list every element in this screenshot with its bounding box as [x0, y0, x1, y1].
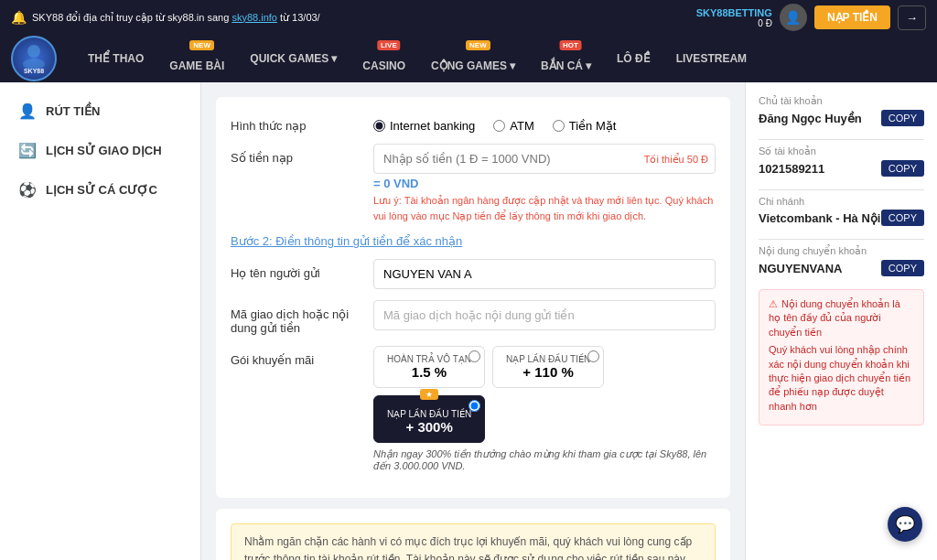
sender-control — [373, 259, 716, 289]
nav-item-casino[interactable]: LIVE CASINO — [350, 35, 418, 82]
banner-left: 🔔 SKY88 đổi địa chỉ truy cập từ sky88.in… — [11, 10, 320, 25]
error-icon-1: ⚠ — [769, 298, 778, 309]
radio-tien-mat[interactable]: Tiền Mặt — [553, 119, 617, 133]
txid-row: Mã giao dịch hoặc nội dung gửi tiền — [231, 300, 716, 335]
rp-account-number-value: 1021589211 — [759, 162, 824, 176]
nav-item-lo-de[interactable]: LÔ ĐỀ — [604, 35, 663, 82]
txid-control — [373, 300, 716, 330]
main-layout: 👤 RÚT TIỀN 🔄 LỊCH SỬ GIAO DỊCH ⚽ LỊCH SỬ… — [0, 82, 937, 560]
info-note: Nhằm ngăn chặn các hành vi có mục đích t… — [231, 523, 716, 560]
error-item-1: ⚠Nội dung chuyển khoản là họ tên đầy đủ … — [769, 297, 914, 339]
promo-2-label: NẠP LẦN ĐẦU TIỀN — [506, 354, 590, 364]
banner-link[interactable]: sky88.info — [232, 12, 277, 23]
payment-method-row: Hình thức nạp Internet banking ATM Tiền … — [231, 112, 716, 133]
svg-point-0 — [27, 45, 40, 58]
amount-row: Số tiền nạp Tối thiểu 50 Đ = 0 VND Lưu ý… — [231, 144, 716, 223]
nap-tien-button[interactable]: NẠP TIỀN — [814, 5, 890, 29]
nav-item-game-bai[interactable]: NEW GAME BÀI — [156, 35, 237, 82]
payment-options: Internet banking ATM Tiền Mặt — [373, 112, 716, 133]
rp-account-name-value: Đăng Ngọc Huyền — [759, 112, 862, 125]
svg-text:SKY88: SKY88 — [24, 68, 44, 74]
promo-1-label: HOÀN TRẢ VÔ TẠN — [387, 354, 471, 364]
txid-label: Mã giao dịch hoặc nội dung gửi tiền — [231, 300, 359, 335]
user-info: SKY88BETTING 0 Đ — [696, 7, 772, 28]
game-bai-badge: NEW — [189, 40, 214, 50]
nav-item-ban-ca[interactable]: HOT BẮN CÁ ▾ — [528, 35, 604, 82]
rp-account-number-row: 1021589211 COPY — [759, 160, 924, 177]
banner-message: SKY88 đổi địa chỉ truy cập từ sky88.in s… — [32, 12, 320, 24]
promo-3-value: + 300% — [387, 419, 471, 435]
chat-button[interactable]: 💬 — [888, 507, 922, 542]
promo-control: HOÀN TRẢ VÔ TẠN 1.5 % NẠP LẦN ĐẦU TIỀN +… — [373, 346, 716, 472]
rp-transfer-content-value: NGUYENVANA — [759, 262, 843, 275]
lich-su-ca-cuoc-icon: ⚽ — [18, 181, 37, 199]
lich-su-giao-dich-icon: 🔄 — [18, 142, 37, 159]
promo-1-value: 1.5 % — [387, 364, 471, 380]
logo[interactable]: SKY88 — [11, 36, 57, 81]
sidebar-item-rut-tien[interactable]: 👤 RÚT TIỀN — [0, 92, 200, 131]
sidebar-item-lich-su-giao-dich[interactable]: 🔄 LỊCH SỬ GIAO DỊCH — [0, 131, 200, 170]
main-content: Hình thức nạp Internet banking ATM Tiền … — [201, 82, 745, 560]
payment-method-label: Hình thức nạp — [231, 112, 359, 133]
amount-input-wrap: Tối thiểu 50 Đ — [373, 144, 716, 174]
amount-note: Lưu ý: Tài khoản ngân hàng được cập nhật… — [373, 193, 716, 223]
casino-badge: LIVE — [377, 40, 401, 50]
copy-branch-button[interactable]: COPY — [881, 210, 924, 226]
username: SKY88BETTING — [696, 7, 772, 18]
form-card-payment: Hình thức nạp Internet banking ATM Tiền … — [216, 97, 730, 498]
promo-note: Nhận ngay 300% tiền thưởng chào mừng khi… — [373, 448, 716, 472]
rp-account-name-row: Đăng Ngọc Huyền COPY — [759, 110, 924, 126]
amount-min: Tối thiểu 50 Đ — [644, 153, 708, 165]
rp-account-name: Chủ tài khoản Đăng Ngọc Huyền COPY — [759, 95, 924, 126]
radio-atm[interactable]: ATM — [493, 119, 533, 133]
ban-ca-arrow: ▾ — [586, 59, 591, 72]
step2-link[interactable]: Bước 2: Điền thông tin gửi tiền để xác n… — [231, 234, 716, 248]
top-banner: 🔔 SKY88 đổi địa chỉ truy cập từ sky88.in… — [0, 0, 937, 35]
banner-right: SKY88BETTING 0 Đ 👤 NẠP TIỀN → — [696, 4, 926, 31]
rut-tien-icon: 👤 — [18, 102, 37, 120]
promo-card-1[interactable]: HOÀN TRẢ VÔ TẠN 1.5 % — [373, 346, 485, 388]
error-item-2: Quý khách vui lòng nhập chính xác nội du… — [769, 343, 914, 414]
ban-ca-badge: HOT — [559, 40, 582, 50]
copy-account-name-button[interactable]: COPY — [881, 110, 924, 126]
quick-games-arrow: ▾ — [331, 52, 337, 65]
promo-card-3[interactable]: ★ NẠP LẦN ĐẦU TIỀN + 300% — [373, 395, 485, 443]
sender-input[interactable] — [373, 259, 716, 289]
rp-transfer-content: Nội dung chuyển khoản NGUYENVANA COPY — [759, 245, 924, 276]
promo-card-2[interactable]: NẠP LẦN ĐẦU TIỀN + 110 % — [492, 346, 604, 388]
form-card-bank: Nhằm ngăn chặn các hành vi có mục đích t… — [216, 509, 730, 560]
sidebar: 👤 RÚT TIỀN 🔄 LỊCH SỬ GIAO DỊCH ⚽ LỊCH SỬ… — [0, 82, 201, 560]
rp-branch: Chi nhánh Vietcombank - Hà Nội COPY — [759, 196, 924, 226]
sender-label: Họ tên người gửi — [231, 259, 359, 280]
cong-games-arrow: ▾ — [510, 59, 515, 72]
txid-input[interactable] — [373, 300, 716, 330]
avatar[interactable]: 👤 — [780, 4, 807, 31]
copy-transfer-content-button[interactable]: COPY — [881, 260, 924, 276]
radio-internet-banking[interactable]: Internet banking — [373, 119, 475, 133]
sidebar-item-lich-su-ca-cuoc[interactable]: ⚽ LỊCH SỬ CÁ CƯỢC — [0, 170, 200, 210]
error-list: ⚠Nội dung chuyển khoản là họ tên đầy đủ … — [759, 289, 924, 425]
promo-3-badge: ★ — [420, 389, 438, 400]
promo-label: Gói khuyến mãi — [231, 346, 359, 367]
cong-games-badge: NEW — [466, 40, 490, 50]
nav-items: THỂ THAO NEW GAME BÀI QUICK GAMES ▾ LIVE… — [75, 35, 926, 82]
nav-item-livestream[interactable]: LIVESTREAM — [663, 35, 759, 82]
rp-account-number-label: Số tài khoản — [759, 145, 924, 157]
promo-row: Gói khuyến mãi HOÀN TRẢ VÔ TẠN 1.5 % NẠP… — [231, 346, 716, 472]
rp-transfer-content-label: Nội dung chuyển khoản — [759, 245, 924, 257]
logout-button[interactable]: → — [898, 5, 926, 30]
promo-options: HOÀN TRẢ VÔ TẠN 1.5 % NẠP LẦN ĐẦU TIỀN +… — [373, 346, 716, 443]
nav-item-the-thao[interactable]: THỂ THAO — [75, 35, 156, 82]
logo-icon: SKY88 — [11, 36, 57, 81]
amount-label: Số tiền nạp — [231, 144, 359, 165]
nav-item-cong-games[interactable]: NEW CỘNG GAMES ▾ — [418, 35, 528, 82]
rp-account-name-label: Chủ tài khoản — [759, 95, 924, 107]
promo-2-value: + 110 % — [506, 364, 590, 380]
rp-branch-label: Chi nhánh — [759, 196, 924, 207]
rp-account-number: Số tài khoản 1021589211 COPY — [759, 145, 924, 177]
nav-item-quick-games[interactable]: QUICK GAMES ▾ — [237, 35, 350, 82]
navbar: SKY88 THỂ THAO NEW GAME BÀI QUICK GAMES … — [0, 35, 937, 82]
right-panel: Chủ tài khoản Đăng Ngọc Huyền COPY Số tà… — [745, 82, 937, 560]
rp-branch-row: Vietcombank - Hà Nội COPY — [759, 210, 924, 226]
copy-account-number-button[interactable]: COPY — [881, 160, 924, 177]
